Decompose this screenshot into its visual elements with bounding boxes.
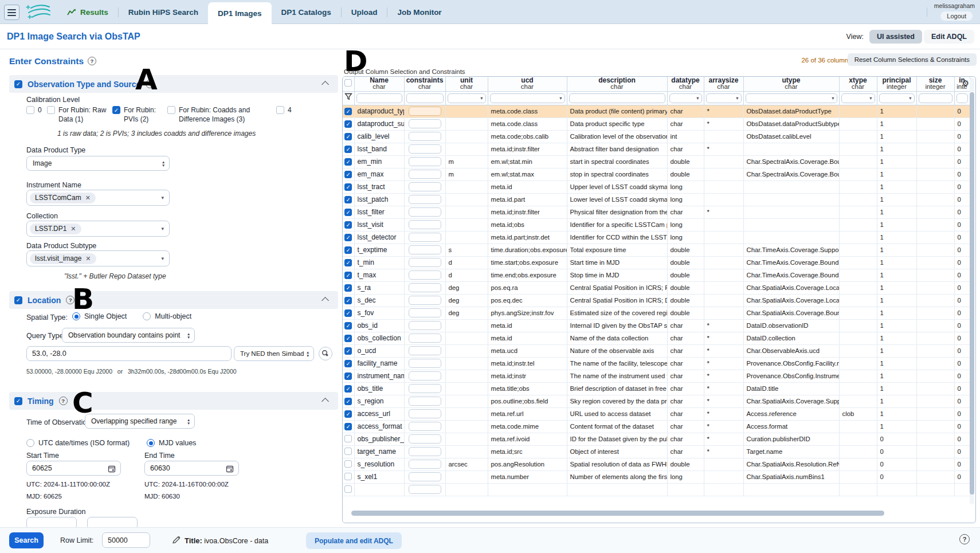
- row-checkbox[interactable]: [344, 120, 352, 128]
- row-checkbox[interactable]: [344, 146, 352, 153]
- row-checkbox[interactable]: [344, 372, 352, 380]
- constraint-input[interactable]: [409, 447, 441, 456]
- row-checkbox[interactable]: [344, 335, 352, 342]
- filter-arraysize[interactable]: ▾: [704, 91, 743, 105]
- constraint-input[interactable]: [409, 132, 441, 141]
- coordinates-input[interactable]: 53.0, -28.0: [26, 346, 232, 361]
- filter-ucd[interactable]: ▾: [488, 91, 567, 105]
- row-checkbox[interactable]: [344, 360, 352, 367]
- constraint-input[interactable]: [409, 397, 441, 406]
- row-limit-input[interactable]: 50000: [102, 532, 150, 548]
- col-header-xtype[interactable]: xtypechar: [839, 77, 877, 91]
- start-time-input[interactable]: 60625: [26, 461, 121, 476]
- filter-size[interactable]: [916, 91, 954, 105]
- constraint-input[interactable]: [409, 195, 441, 204]
- pencil-icon[interactable]: [172, 535, 181, 544]
- filter-utype[interactable]: ▾: [743, 91, 839, 105]
- select-all-checkbox[interactable]: [344, 79, 352, 87]
- constraint-input[interactable]: [409, 107, 441, 116]
- spatial-type-option[interactable]: Multi-object: [143, 312, 191, 320]
- menu-button[interactable]: [4, 5, 19, 20]
- constraint-input[interactable]: [409, 485, 441, 494]
- constraint-input[interactable]: [409, 245, 441, 254]
- row-checkbox[interactable]: [344, 158, 352, 166]
- col-header-arraysize[interactable]: arraysizechar: [704, 77, 743, 91]
- constraint-input[interactable]: [409, 371, 441, 381]
- resolver-select[interactable]: Try NED then Simbad ▴▾: [234, 346, 314, 361]
- row-checkbox[interactable]: [344, 309, 352, 317]
- select-all-header[interactable]: [343, 77, 354, 91]
- calendar-icon[interactable]: [226, 465, 234, 473]
- constraint-input[interactable]: [409, 283, 441, 292]
- gear-icon[interactable]: ⚙: [962, 79, 969, 88]
- constraint-input[interactable]: [409, 409, 441, 418]
- row-checkbox[interactable]: [344, 473, 352, 480]
- filter-principal[interactable]: ▾: [877, 91, 916, 105]
- view-option-edit-adql[interactable]: Edit ADQL: [924, 30, 974, 44]
- help-icon[interactable]: ?: [959, 534, 970, 544]
- constraint-input[interactable]: [409, 258, 441, 267]
- remove-chip-icon[interactable]: ✕: [85, 194, 91, 202]
- tab-upload[interactable]: Upload: [342, 0, 387, 24]
- vertical-scrollbar-thumb[interactable]: [970, 92, 974, 495]
- constraint-input[interactable]: [409, 182, 441, 191]
- row-checkbox[interactable]: [344, 297, 352, 304]
- col-header-utype[interactable]: utypechar: [743, 77, 839, 91]
- exposure-max-input[interactable]: [87, 517, 138, 527]
- instrument-name-combobox[interactable]: LSSTComCam✕ ▾: [26, 190, 170, 206]
- radio-icon[interactable]: [143, 312, 151, 320]
- constraint-input[interactable]: [409, 144, 441, 154]
- row-checkbox[interactable]: [344, 347, 352, 355]
- chevron-up-icon[interactable]: [322, 398, 329, 405]
- row-checkbox[interactable]: [344, 183, 352, 191]
- remove-chip-icon[interactable]: ✕: [85, 255, 91, 262]
- section-observation-header[interactable]: Observation Type and Source ?: [9, 75, 338, 93]
- query-type-select[interactable]: Observation boundary contains point ▴▾: [62, 328, 195, 343]
- row-checkbox[interactable]: [344, 108, 352, 115]
- row-checkbox[interactable]: [344, 385, 352, 393]
- filter-description[interactable]: [567, 91, 667, 105]
- filter-input[interactable]: [406, 93, 444, 103]
- filter-input[interactable]: ▾: [706, 93, 742, 103]
- radio-icon[interactable]: [147, 439, 155, 447]
- horizontal-scrollbar-thumb[interactable]: [351, 511, 884, 516]
- calibration-option[interactable]: For Rubin: Raw Data (1): [47, 106, 107, 124]
- search-button[interactable]: Search: [9, 532, 44, 548]
- calibration-checkbox[interactable]: [47, 106, 55, 114]
- subtype-combobox[interactable]: lsst.visit_image✕ ▾: [26, 250, 170, 266]
- row-checkbox[interactable]: [344, 196, 352, 203]
- resolve-search-button[interactable]: [319, 347, 332, 360]
- filter-indexed[interactable]: [954, 91, 970, 105]
- constraint-input[interactable]: [409, 296, 441, 305]
- row-checkbox[interactable]: [344, 272, 352, 279]
- tab-results[interactable]: Results: [57, 0, 118, 24]
- data-product-type-select[interactable]: Image ▴▾: [26, 156, 170, 171]
- calibration-checkbox[interactable]: [276, 106, 284, 114]
- time-format-option[interactable]: UTC date/times (ISO format): [26, 439, 130, 447]
- col-header-size[interactable]: sizeinteger: [916, 77, 954, 91]
- constraint-input[interactable]: [409, 170, 441, 179]
- table-filter-icon[interactable]: [343, 91, 354, 105]
- calibration-checkbox[interactable]: [167, 106, 175, 114]
- tab-dp1-images[interactable]: DP1 Images: [208, 2, 272, 24]
- constraint-input[interactable]: [409, 460, 441, 469]
- row-checkbox[interactable]: [344, 209, 352, 216]
- time-of-observation-select[interactable]: Overlapping specified range ▴▾: [85, 414, 195, 429]
- chevron-up-icon[interactable]: [322, 81, 329, 88]
- section-timing-header[interactable]: Timing ?: [9, 392, 338, 410]
- filter-input[interactable]: ▾: [879, 93, 915, 103]
- row-checkbox[interactable]: [344, 448, 352, 455]
- col-header-unit[interactable]: unitchar: [445, 77, 488, 91]
- filter-input[interactable]: ▾: [746, 93, 837, 103]
- remove-chip-icon[interactable]: ✕: [70, 225, 76, 233]
- constraint-input[interactable]: [409, 346, 441, 355]
- row-checkbox[interactable]: [344, 284, 352, 292]
- calibration-option[interactable]: 0: [26, 106, 41, 115]
- view-option-ui-assisted[interactable]: UI assisted: [869, 30, 922, 44]
- constraint-input[interactable]: [409, 233, 441, 242]
- filter-xtype[interactable]: ▾: [839, 91, 877, 105]
- row-checkbox[interactable]: [344, 171, 352, 178]
- constraint-input[interactable]: [409, 207, 441, 217]
- constraint-input[interactable]: [409, 334, 441, 343]
- constraint-input[interactable]: [409, 434, 441, 444]
